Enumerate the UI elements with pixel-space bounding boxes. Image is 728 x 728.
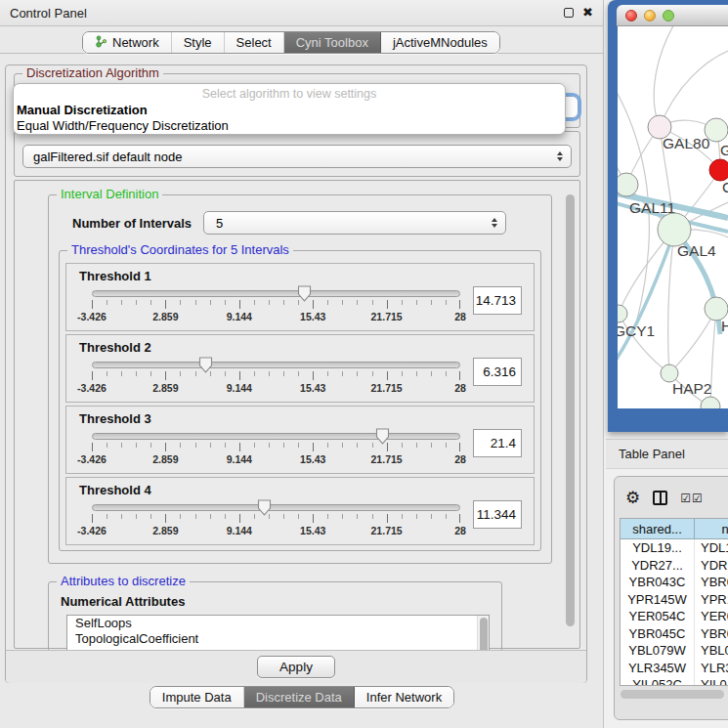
cell-name[interactable]: YBL0 [695, 642, 728, 660]
network-node[interactable] [701, 397, 720, 408]
threshold-slider[interactable]: -3.4262.8599.14415.4321.71528 [92, 428, 460, 467]
threshold-slider[interactable]: -3.4262.8599.14415.4321.71528 [92, 499, 460, 538]
cell-shared-name[interactable]: YBR043C [621, 574, 695, 591]
threshold-slider[interactable]: -3.4262.8599.14415.4321.71528 [92, 285, 460, 324]
cell-shared-name[interactable]: YPR145W [621, 591, 695, 609]
cell-shared-name[interactable]: YDR27... [621, 557, 695, 575]
network-node-gcy1[interactable] [618, 305, 627, 322]
threshold-value-field[interactable]: 21.4 [473, 429, 522, 457]
slider-tick-labels: -3.4262.8599.14415.4321.71528 [92, 453, 460, 465]
number-of-intervals-value: 5 [216, 216, 223, 231]
tab-jactivemnodules[interactable]: jActiveMNodules [381, 32, 499, 53]
number-of-intervals-combobox[interactable]: 5 [203, 211, 506, 235]
numerical-attributes-list[interactable]: SelfLoopsTopologicalCoefficientBetweenne… [66, 615, 490, 650]
column-layout-icon[interactable] [653, 491, 667, 505]
slider-thumb[interactable] [257, 499, 272, 516]
tick-label: 21.715 [371, 525, 403, 536]
table-row[interactable]: YBR045CYBR0 [621, 625, 728, 643]
settings-scrollbar-thumb[interactable] [566, 194, 575, 626]
minimize-traffic-light-icon[interactable] [644, 10, 656, 21]
table-row[interactable]: YLR345WYLR3 [621, 660, 728, 677]
bottom-tab-discretize-data[interactable]: Discretize Data [244, 687, 355, 707]
cell-shared-name[interactable]: YDL19... [621, 539, 695, 557]
slider-track[interactable] [92, 433, 460, 440]
slider-thumb[interactable] [297, 285, 312, 302]
table-row[interactable]: YDL19...YDL1 [621, 539, 728, 557]
node-table-header: shared... na [621, 519, 728, 539]
cell-name[interactable]: YBR0 [695, 625, 728, 643]
cell-shared-name[interactable]: YIL052C [621, 676, 695, 686]
tick-label: 15.43 [300, 311, 325, 322]
table-row[interactable]: YBR043CYBR0 [621, 574, 728, 591]
list-scrollbar-thumb[interactable] [480, 618, 488, 650]
tick-label: 21.715 [371, 453, 403, 465]
slider-track[interactable] [92, 290, 460, 297]
slider-track[interactable] [92, 504, 460, 511]
network-canvas[interactable]: GAL80GACGAL11GAL4GCY1HHAP2 [618, 26, 728, 408]
tab-cyni-toolbox[interactable]: Cyni Toolbox [284, 32, 381, 53]
tab-label: Style [184, 35, 212, 50]
window-controls: ✖ [564, 8, 593, 18]
cell-name[interactable]: YDL1 [695, 539, 728, 557]
network-node-ga[interactable] [705, 118, 728, 142]
network-node-c[interactable] [709, 159, 728, 181]
attribute-list-item[interactable]: TopologicalCoefficient [67, 631, 489, 647]
table-row[interactable]: YBL079WYBL0 [621, 642, 728, 660]
close-traffic-light-icon[interactable] [625, 10, 637, 21]
close-icon[interactable]: ✖ [582, 8, 593, 18]
cell-name[interactable]: YER0 [695, 608, 728, 625]
control-panel-window: Control Panel ✖ NetworkStyleSelectCyni T… [0, 0, 604, 728]
cell-shared-name[interactable]: YLR345W [621, 660, 695, 677]
bottom-tab-impute-data[interactable]: Impute Data [150, 687, 244, 707]
threshold-value-field[interactable]: 6.316 [473, 358, 522, 386]
algorithm-option-manual-discretization[interactable]: Manual Discretization [14, 103, 565, 118]
thresholds-container: Threshold 1-3.4262.8599.14415.4321.71528… [65, 263, 535, 545]
threshold-value-field[interactable]: 14.713 [473, 286, 522, 315]
tab-select[interactable]: Select [225, 32, 284, 53]
combobox-spinner-icon [492, 218, 497, 228]
table-row[interactable]: YDR27...YDR2 [621, 557, 728, 575]
cell-name[interactable]: YDR2 [695, 557, 728, 575]
cell-shared-name[interactable]: YBL079W [621, 642, 695, 660]
table-row[interactable]: YIL052CYIL0 [621, 676, 728, 686]
threshold-slider[interactable]: -3.4262.8599.14415.4321.71528 [92, 357, 460, 396]
network-node-gal11[interactable] [618, 173, 638, 196]
cell-shared-name[interactable]: YER054C [621, 608, 695, 625]
major-tick [459, 300, 460, 309]
table-data-combobox[interactable]: galFiltered.sif default node [22, 145, 572, 168]
slider-track[interactable] [92, 362, 460, 368]
cyni-toolbox-content: Discretization Algorithm Select algorith… [5, 64, 587, 683]
tab-style[interactable]: Style [172, 32, 225, 53]
major-tick [239, 443, 240, 451]
major-tick [313, 514, 314, 523]
algorithm-option-equal-width-frequency-discretization[interactable]: Equal Width/Frequency Discretization [14, 118, 565, 134]
bottom-tab-infer-network[interactable]: Infer Network [355, 687, 453, 707]
threshold-value-field[interactable]: 11.344 [473, 500, 522, 529]
list-scrollbar[interactable] [477, 616, 489, 650]
float-window-icon[interactable] [564, 8, 574, 18]
settings-gear-icon[interactable]: ⚙ [625, 491, 640, 506]
table-row[interactable]: YER054CYER0 [621, 608, 728, 625]
tick-label: 9.144 [227, 311, 252, 322]
network-node-gal4[interactable] [658, 213, 691, 246]
table-row[interactable]: YPR145WYPR1 [621, 591, 728, 609]
cell-name[interactable]: YBR0 [695, 574, 728, 591]
attribute-list-item[interactable]: SelfLoops [67, 616, 489, 631]
column-header-shared-name[interactable]: shared... [621, 519, 695, 538]
settings-scrollbar[interactable] [564, 185, 577, 644]
cell-name[interactable]: YLR3 [695, 660, 728, 677]
cell-name[interactable]: YIL0 [695, 676, 728, 686]
tab-network[interactable]: Network [83, 32, 172, 53]
slider-thumb[interactable] [375, 428, 390, 445]
cell-shared-name[interactable]: YBR045C [621, 625, 695, 643]
cell-name[interactable]: YPR1 [695, 591, 728, 609]
slider-thumb[interactable] [198, 357, 213, 373]
zoom-traffic-light-icon[interactable] [663, 10, 674, 21]
apply-button[interactable]: Apply [257, 656, 335, 678]
column-header-name[interactable]: na [695, 519, 728, 538]
tick-label: 28 [454, 382, 466, 394]
select-columns-checkbox-icons[interactable]: ☑☑ [680, 492, 704, 505]
table-horizontal-scrollbar[interactable] [620, 690, 728, 700]
table-hscrollbar-thumb[interactable] [621, 690, 724, 699]
algorithm-placeholder-option[interactable]: Select algorithm to view settings [14, 87, 565, 103]
